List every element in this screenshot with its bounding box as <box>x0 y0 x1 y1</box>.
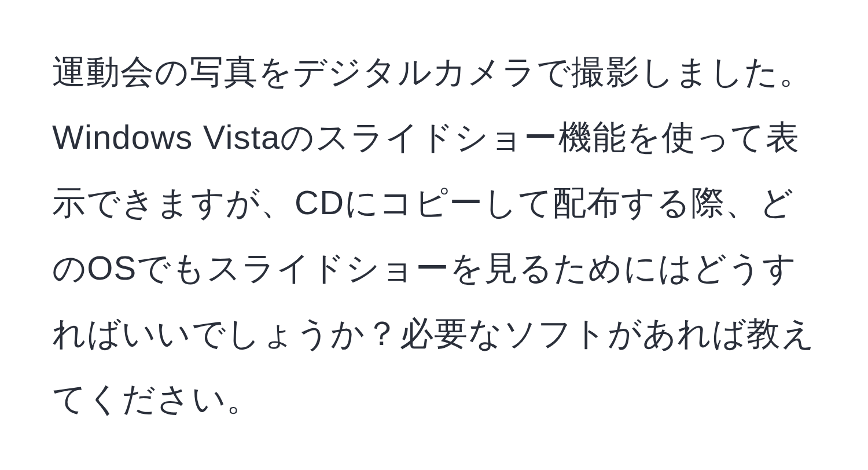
paragraph-text: 運動会の写真をデジタルカメラで撮影しました。Windows Vistaのスライド… <box>52 39 816 432</box>
